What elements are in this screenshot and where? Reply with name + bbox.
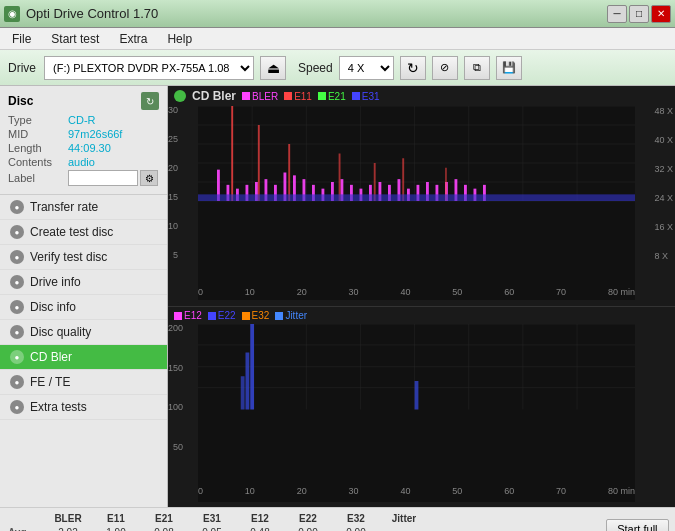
disc-contents-row: Contents audio: [8, 156, 159, 168]
sidebar-item-verify-test-disc[interactable]: ●Verify test disc: [0, 245, 167, 270]
chart1-legend-e11: E11: [284, 91, 312, 102]
copy-button[interactable]: ⧉: [464, 56, 490, 80]
svg-rect-45: [339, 154, 341, 202]
chart1-legend-e31: E31: [352, 91, 380, 102]
svg-rect-62: [246, 353, 250, 410]
nav-icon-fe-te: ●: [10, 375, 24, 389]
disc-contents-value: audio: [68, 156, 95, 168]
chart2-area: 200 150 100 50: [198, 324, 635, 502]
stats-header-e31: E31: [188, 512, 236, 525]
svg-rect-61: [250, 324, 254, 410]
nav-label-create-test-disc: Create test disc: [30, 225, 113, 239]
disc-length-label: Length: [8, 142, 68, 154]
stats-header-e32: E32: [332, 512, 380, 525]
nav-icon-extra-tests: ●: [10, 400, 24, 414]
minimize-button[interactable]: ─: [607, 5, 627, 23]
nav-icon-drive-info: ●: [10, 275, 24, 289]
speed-label: Speed: [298, 61, 333, 75]
disc-contents-label: Contents: [8, 156, 68, 168]
nav-label-extra-tests: Extra tests: [30, 400, 87, 414]
eject-button[interactable]: ⏏: [260, 56, 286, 80]
sidebar-nav: ●Transfer rate●Create test disc●Verify t…: [0, 195, 167, 507]
stats-header-e12: E12: [236, 512, 284, 525]
speed-select[interactable]: 4 X: [339, 56, 394, 80]
menu-item-extra[interactable]: Extra: [111, 30, 155, 48]
chart2-legend-e22: E22: [208, 310, 236, 321]
stats-header-e21: E21: [140, 512, 188, 525]
maximize-button[interactable]: □: [629, 5, 649, 23]
disc-length-value: 44:09.30: [68, 142, 111, 154]
chart2-svg: [198, 324, 635, 410]
chart2-title-bar: E12 E22 E32 Jitter: [168, 307, 675, 324]
chart2-legend-e12: E12: [174, 310, 202, 321]
drive-select[interactable]: (F:) PLEXTOR DVDR PX-755A 1.08: [44, 56, 254, 80]
disc-type-label: Type: [8, 114, 68, 126]
chart1-title: CD Bler: [192, 89, 236, 103]
menu-item-start-test[interactable]: Start test: [43, 30, 107, 48]
disc-header: Disc ↻: [8, 92, 159, 110]
disc-type-value: CD-R: [68, 114, 96, 126]
nav-label-cd-bler: CD Bler: [30, 350, 72, 364]
nav-icon-transfer-rate: ●: [10, 200, 24, 214]
menu-item-file[interactable]: File: [4, 30, 39, 48]
svg-rect-63: [241, 376, 245, 409]
menu-item-help[interactable]: Help: [159, 30, 200, 48]
chart1-title-bar: CD Bler BLER E11 E21 E31: [168, 86, 675, 106]
chart1-icon: [174, 90, 186, 102]
stats-avg-e21: 0.08: [140, 526, 188, 531]
title-bar-left: ◉ Opti Drive Control 1.70: [4, 6, 158, 22]
stats-avg-e32: 0.00: [332, 526, 380, 531]
sidebar-item-create-test-disc[interactable]: ●Create test disc: [0, 220, 167, 245]
main-area: Disc ↻ Type CD-R MID 97m26s66f Length 44…: [0, 86, 675, 507]
menu-bar: FileStart testExtraHelp: [0, 28, 675, 50]
stats-header-jitter: Jitter: [380, 512, 428, 525]
sidebar-item-fe-te[interactable]: ●FE / TE: [0, 370, 167, 395]
sidebar-item-drive-info[interactable]: ●Drive info: [0, 270, 167, 295]
stats-avg-jitter: -: [380, 526, 428, 531]
nav-icon-disc-quality: ●: [10, 325, 24, 339]
sidebar-item-transfer-rate[interactable]: ●Transfer rate: [0, 195, 167, 220]
svg-rect-49: [198, 194, 635, 201]
disc-panel: Disc ↻ Type CD-R MID 97m26s66f Length 44…: [0, 86, 167, 195]
clear-button[interactable]: ⊘: [432, 56, 458, 80]
sidebar-item-disc-info[interactable]: ●Disc info: [0, 295, 167, 320]
app-title: Opti Drive Control 1.70: [26, 6, 158, 21]
chart-content: CD Bler BLER E11 E21 E31: [168, 86, 675, 507]
label-gear-button[interactable]: ⚙: [140, 170, 158, 186]
start-full-button[interactable]: Start full: [606, 519, 669, 532]
app-icon: ◉: [4, 6, 20, 22]
nav-label-transfer-rate: Transfer rate: [30, 200, 98, 214]
svg-rect-43: [258, 125, 260, 201]
disc-refresh-button[interactable]: ↻: [141, 92, 159, 110]
stats-avg-e12: 0.48: [236, 526, 284, 531]
disc-label-input[interactable]: [68, 170, 138, 186]
stats-header-e22: E22: [284, 512, 332, 525]
svg-rect-42: [231, 106, 233, 201]
chart2-legend-jitter: Jitter: [275, 310, 307, 321]
chart1-area: 30 25 20 15 10 5 48 X 40 X 32 X 24 X 16 …: [198, 106, 635, 300]
stats-panel: BLER E11 E21 E31 E12 E22 E32 Jitter Avg …: [0, 507, 675, 531]
chart2-x-axis: 0 10 20 30 40 50 60 70 80 min: [198, 486, 635, 502]
disc-label-label: Label: [8, 172, 68, 184]
sidebar-item-cd-bler[interactable]: ●CD Bler: [0, 345, 167, 370]
nav-icon-verify-test-disc: ●: [10, 250, 24, 264]
close-button[interactable]: ✕: [651, 5, 671, 23]
save-button[interactable]: 💾: [496, 56, 522, 80]
chart2-legend-e32: E32: [242, 310, 270, 321]
nav-label-disc-info: Disc info: [30, 300, 76, 314]
chart2-container: E12 E22 E32 Jitter 200: [168, 307, 675, 507]
window-controls: ─ □ ✕: [607, 5, 671, 23]
nav-label-verify-test-disc: Verify test disc: [30, 250, 107, 264]
sidebar-item-extra-tests[interactable]: ●Extra tests: [0, 395, 167, 420]
disc-title: Disc: [8, 94, 33, 108]
chart1-x-axis: 0 10 20 30 40 50 60 70 80 min: [198, 284, 635, 300]
nav-label-disc-quality: Disc quality: [30, 325, 91, 339]
sidebar-item-disc-quality[interactable]: ●Disc quality: [0, 320, 167, 345]
chart1-svg: [198, 106, 635, 220]
stats-avg-e11: 1.90: [92, 526, 140, 531]
stats-avg-e22: 0.00: [284, 526, 332, 531]
speed-refresh-button[interactable]: ↻: [400, 56, 426, 80]
stats-avg-row: Avg 2.02 1.90 0.08 0.05 0.48 0.00 0.00 -: [6, 526, 602, 531]
disc-mid-row: MID 97m26s66f: [8, 128, 159, 140]
disc-mid-label: MID: [8, 128, 68, 140]
